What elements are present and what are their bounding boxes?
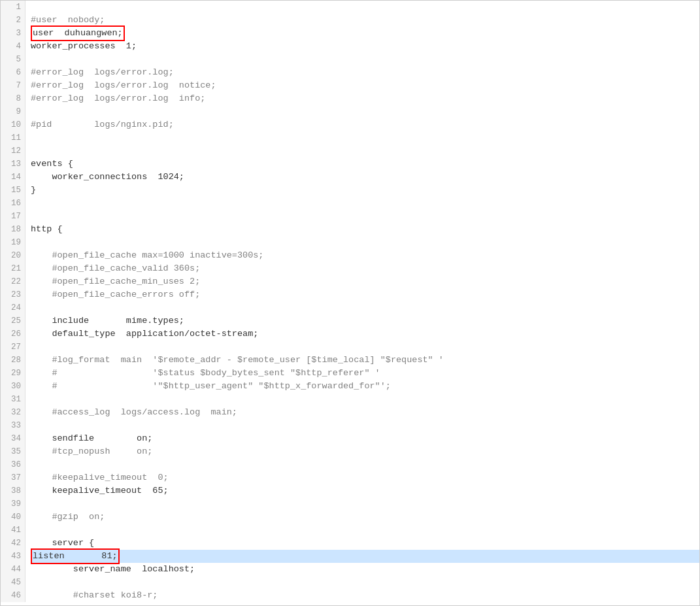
line-number: 4	[1, 40, 25, 53]
code-text: include mime.types;	[31, 314, 184, 328]
code-text: sendfile on;	[31, 432, 152, 445]
code-line: }	[31, 184, 699, 197]
code-line: sendfile on;	[31, 432, 699, 445]
code-line: #error_log logs/error.log;	[31, 66, 699, 79]
code-comment: #open_file_cache max=1000 inactive=300s;	[31, 249, 263, 262]
code-line: #tcp_nopush on;	[31, 445, 699, 458]
line-number: 16	[1, 197, 25, 210]
code-line: include mime.types;	[31, 314, 699, 328]
code-text: worker_connections 1024;	[31, 171, 184, 184]
line-number: 43	[1, 550, 25, 563]
code-line: #pid logs/nginx.pid;	[31, 118, 699, 131]
line-number: 26	[1, 328, 25, 341]
code-line	[31, 144, 699, 158]
line-number: 34	[1, 432, 25, 445]
line-number: 39	[1, 497, 25, 511]
line-number: 45	[1, 576, 25, 589]
editor: 1234567891011121314151617181920212223242…	[0, 0, 700, 606]
line-number: 36	[1, 458, 25, 471]
line-number: 7	[1, 79, 25, 92]
code-line: server {	[31, 537, 699, 550]
code-comment: #gzip on;	[31, 511, 105, 524]
code-line: #open_file_cache_errors off;	[31, 288, 699, 301]
line-number: 30	[1, 380, 25, 393]
code-line	[31, 53, 699, 66]
line-number: 37	[1, 471, 25, 484]
code-comment: #user nobody;	[31, 14, 105, 27]
line-number: 1	[1, 1, 25, 14]
code-comment: #access_log logs/access.log main;	[31, 406, 237, 419]
code-line: #error_log logs/error.log info;	[31, 92, 699, 105]
code-text: server_name localhost;	[31, 563, 195, 576]
code-lines[interactable]: #user nobody;user duhuangwen;worker_proc…	[25, 1, 699, 602]
line-number: 11	[1, 131, 25, 144]
code-line: keepalive_timeout 65;	[31, 484, 699, 497]
code-line	[31, 341, 699, 354]
line-number: 38	[1, 484, 25, 497]
code-line: #error_log logs/error.log notice;	[31, 79, 699, 92]
code-comment: #open_file_cache_errors off;	[31, 288, 200, 301]
line-number: 41	[1, 524, 25, 537]
code-comment: #error_log logs/error.log;	[31, 66, 174, 79]
code-line: http {	[31, 223, 699, 236]
code-text: default_type application/octet-stream;	[31, 328, 258, 341]
code-text: }	[31, 184, 36, 197]
code-line: user duhuangwen;	[31, 27, 699, 40]
code-line: #open_file_cache_valid 360s;	[31, 262, 699, 275]
code-line: # '"$http_user_agent" "$http_x_forwarded…	[31, 380, 699, 393]
line-number: 9	[1, 105, 25, 118]
code-line	[31, 497, 699, 511]
code-line	[31, 458, 699, 471]
code-line	[31, 197, 699, 210]
code-line: #gzip on;	[31, 511, 699, 524]
line-number: 22	[1, 275, 25, 288]
line-number: 24	[1, 301, 25, 314]
code-text: http {	[31, 223, 63, 236]
line-number: 8	[1, 92, 25, 105]
line-number: 3	[1, 27, 25, 40]
line-number: 10	[1, 118, 25, 131]
line-number: 5	[1, 53, 25, 66]
code-comment: #tcp_nopush on;	[31, 445, 152, 458]
code-line	[31, 393, 699, 406]
code-line	[31, 301, 699, 314]
line-number: 40	[1, 511, 25, 524]
code-line	[31, 419, 699, 432]
code-comment: #open_file_cache_valid 360s;	[31, 262, 200, 275]
code-line	[31, 210, 699, 223]
code-line	[31, 131, 699, 144]
code-line: #open_file_cache_min_uses 2;	[31, 275, 699, 288]
code-line: #keepalive_timeout 0;	[31, 471, 699, 484]
code-line	[31, 1, 699, 14]
code-comment: # '$status $body_bytes_sent "$http_refer…	[31, 367, 380, 380]
code-comment: #open_file_cache_min_uses 2;	[31, 275, 200, 288]
code-line	[31, 236, 699, 249]
code-line: worker_connections 1024;	[31, 171, 699, 184]
code-comment: # '"$http_user_agent" "$http_x_forwarded…	[31, 380, 391, 393]
code-text: keepalive_timeout 65;	[31, 484, 169, 497]
code-line	[31, 576, 699, 589]
code-comment: #keepalive_timeout 0;	[31, 471, 169, 484]
code-line: listen 81;	[31, 550, 699, 563]
code-line: #log_format main '$remote_addr - $remote…	[31, 354, 699, 367]
code-line: #charset koi8-r;	[31, 589, 699, 602]
line-number: 20	[1, 249, 25, 262]
code-comment: #error_log logs/error.log info;	[31, 92, 205, 105]
line-number: 31	[1, 393, 25, 406]
line-number: 19	[1, 236, 25, 249]
code-text: events {	[31, 158, 73, 171]
line-number: 21	[1, 262, 25, 275]
line-number: 18	[1, 223, 25, 236]
highlighted-box: user duhuangwen;	[31, 25, 125, 41]
line-numbers: 1234567891011121314151617181920212223242…	[1, 1, 25, 602]
code-line	[31, 524, 699, 537]
line-number: 42	[1, 537, 25, 550]
code-text: server {	[31, 537, 94, 550]
line-number: 27	[1, 341, 25, 354]
line-number: 28	[1, 354, 25, 367]
line-number: 35	[1, 445, 25, 458]
code-area: 1234567891011121314151617181920212223242…	[1, 1, 699, 602]
line-number: 32	[1, 406, 25, 419]
line-number: 46	[1, 589, 25, 602]
code-line: #access_log logs/access.log main;	[31, 406, 699, 419]
